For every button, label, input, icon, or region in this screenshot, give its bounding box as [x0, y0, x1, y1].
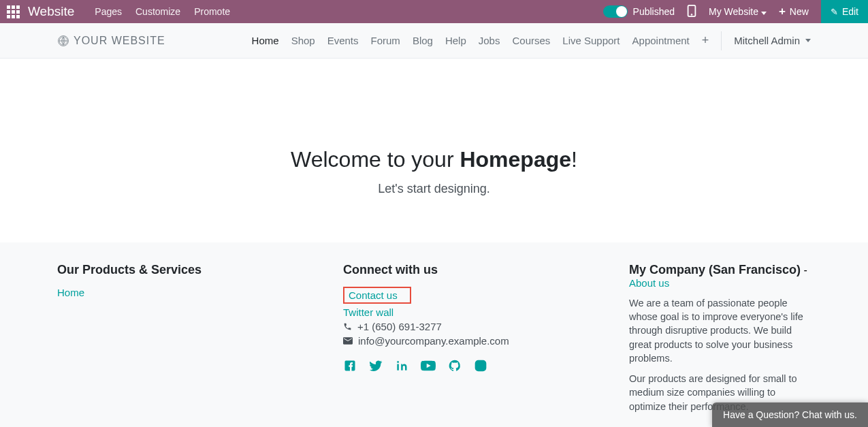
published-toggle[interactable] — [603, 5, 628, 18]
social-icons — [343, 359, 602, 373]
menu-forum[interactable]: Forum — [371, 35, 400, 46]
menu-shop[interactable]: Shop — [291, 35, 315, 46]
svg-point-3 — [479, 363, 483, 368]
published-label: Published — [633, 6, 675, 17]
menu-jobs[interactable]: Jobs — [479, 35, 500, 46]
edit-button[interactable]: ✎ Edit — [821, 0, 868, 23]
footer-phone: +1 (650) 691-3277 — [343, 321, 602, 332]
menu-courses[interactable]: Courses — [512, 35, 550, 46]
site-menu: Home Shop Events Forum Blog Help Jobs Co… — [252, 31, 811, 50]
footer-col1-heading: Our Products & Services — [57, 263, 316, 277]
footer-col2-heading: Connect with us — [343, 263, 602, 277]
github-icon[interactable] — [448, 359, 462, 373]
user-menu[interactable]: Mitchell Admin — [734, 35, 811, 46]
chat-widget[interactable]: Have a Question? Chat with us. — [712, 402, 868, 427]
add-menu-icon[interactable]: + — [702, 33, 709, 48]
footer-products: Our Products & Services Home — [57, 263, 316, 413]
footer-about-link[interactable]: About us — [629, 277, 669, 289]
hero-title: Welcome to your Homepage! — [0, 147, 868, 172]
email-icon — [343, 337, 353, 345]
apps-icon[interactable] — [7, 5, 20, 18]
topbar: Website Pages Customize Promote Publishe… — [0, 0, 868, 23]
topbar-right: Published My Website + New ✎ Edit — [603, 0, 861, 23]
brand-title[interactable]: Website — [28, 4, 74, 19]
nav-pages[interactable]: Pages — [95, 6, 122, 17]
hero-subtitle: Let's start designing. — [0, 182, 868, 196]
footer: Our Products & Services Home Connect wit… — [0, 242, 868, 427]
chevron-down-icon — [761, 12, 767, 15]
new-button[interactable]: + New — [779, 5, 809, 18]
menu-help[interactable]: Help — [445, 35, 466, 46]
pencil-icon: ✎ — [831, 7, 838, 17]
phone-icon — [343, 322, 352, 331]
separator — [721, 31, 722, 50]
menu-live-support[interactable]: Live Support — [562, 35, 620, 46]
menu-appointment[interactable]: Appointment — [632, 35, 690, 46]
mobile-preview-icon[interactable] — [687, 5, 696, 19]
menu-home[interactable]: Home — [252, 35, 279, 46]
footer-home-link[interactable]: Home — [57, 287, 84, 298]
sitebar: YOUR WEBSITE Home Shop Events Forum Blog… — [0, 23, 868, 59]
plus-icon: + — [779, 5, 786, 18]
site-logo[interactable]: YOUR WEBSITE — [57, 35, 165, 47]
menu-blog[interactable]: Blog — [413, 35, 433, 46]
chevron-down-icon — [805, 39, 811, 42]
nav-promote[interactable]: Promote — [194, 6, 230, 17]
footer-col3-heading: My Company (San Francisco) — [629, 263, 801, 276]
hero: Welcome to your Homepage! Let's start de… — [0, 59, 868, 196]
twitter-icon[interactable] — [369, 359, 383, 373]
my-website-dropdown[interactable]: My Website — [709, 6, 767, 17]
instagram-icon[interactable] — [474, 359, 487, 373]
nav-customize[interactable]: Customize — [135, 6, 180, 17]
footer-company: My Company (San Francisco) - About us We… — [629, 263, 811, 413]
svg-point-1 — [691, 14, 692, 15]
footer-connect: Connect with us Contact us Twitter wall … — [343, 263, 602, 413]
linkedin-icon[interactable] — [395, 359, 408, 373]
facebook-icon[interactable] — [343, 359, 357, 373]
youtube-icon[interactable] — [421, 359, 436, 373]
footer-twitter-link[interactable]: Twitter wall — [343, 306, 602, 318]
footer-company-p1: We are a team of passionate people whose… — [629, 296, 811, 365]
menu-events[interactable]: Events — [327, 35, 359, 46]
svg-point-4 — [483, 362, 485, 363]
footer-contact-link[interactable]: Contact us — [343, 287, 411, 304]
footer-email: info@yourcompany.example.com — [343, 335, 602, 347]
